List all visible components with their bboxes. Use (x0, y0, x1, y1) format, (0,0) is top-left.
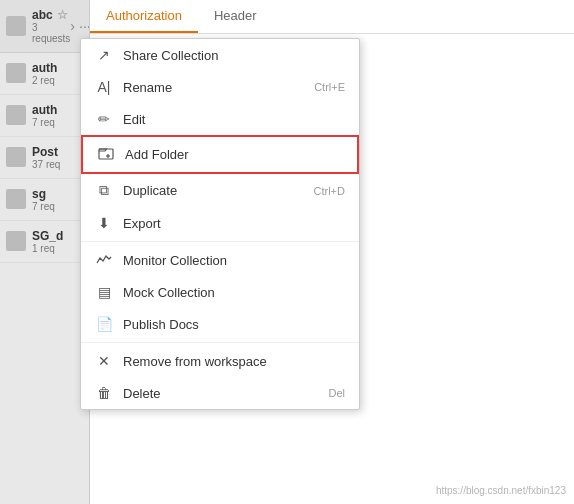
remove-icon: ✕ (95, 353, 113, 369)
monitor-icon (95, 252, 113, 268)
menu-item-duplicate-label: Duplicate (123, 183, 304, 198)
menu-shortcut-delete: Del (328, 387, 345, 399)
collection-requests: 3 requests (32, 22, 70, 44)
menu-item-rename[interactable]: A| Rename Ctrl+E (81, 71, 359, 103)
publish-icon: 📄 (95, 316, 113, 332)
context-menu: ↗ Share Collection A| Rename Ctrl+E ✏ Ed… (80, 38, 360, 410)
menu-divider-1 (81, 241, 359, 242)
collection-info: abc ☆ 3 requests (32, 8, 70, 44)
duplicate-icon: ⧉ (95, 182, 113, 199)
mock-icon: ▤ (95, 284, 113, 300)
menu-item-monitor-label: Monitor Collection (123, 253, 335, 268)
sidebar-item-sg-d[interactable]: SG_d 1 req (0, 221, 89, 263)
menu-item-mock-label: Mock Collection (123, 285, 335, 300)
folder-icon (6, 147, 26, 167)
menu-item-delete-label: Delete (123, 386, 318, 401)
menu-item-export-label: Export (123, 216, 335, 231)
menu-item-rename-label: Rename (123, 80, 304, 95)
menu-divider-2 (81, 342, 359, 343)
menu-item-duplicate[interactable]: ⧉ Duplicate Ctrl+D (81, 174, 359, 207)
menu-item-monitor[interactable]: Monitor Collection (81, 244, 359, 276)
more-options-icon[interactable]: ··· (79, 18, 90, 34)
sidebar-item-sg[interactable]: sg 7 req (0, 179, 89, 221)
star-icon[interactable]: ☆ (57, 8, 68, 22)
sidebar: abc ☆ 3 requests › ··· auth 2 req auth 7… (0, 0, 90, 504)
folder-icon (6, 105, 26, 125)
sidebar-item-text: SG_d 1 req (32, 229, 63, 254)
menu-item-add-folder[interactable]: Add Folder (81, 135, 359, 174)
menu-item-remove-label: Remove from workspace (123, 354, 335, 369)
collection-header[interactable]: abc ☆ 3 requests › ··· (0, 0, 89, 53)
menu-item-publish-label: Publish Docs (123, 317, 335, 332)
sidebar-item-text: auth 7 req (32, 103, 57, 128)
menu-item-share-label: Share Collection (123, 48, 335, 63)
chevron-right-icon[interactable]: › (70, 18, 75, 34)
menu-item-remove[interactable]: ✕ Remove from workspace (81, 345, 359, 377)
menu-item-add-folder-label: Add Folder (125, 147, 333, 162)
folder-icon (6, 231, 26, 251)
menu-shortcut-rename: Ctrl+E (314, 81, 345, 93)
tab-header[interactable]: Header (198, 0, 273, 33)
watermark: https://blog.csdn.net/fxbin123 (436, 485, 566, 496)
collection-folder-icon (6, 16, 26, 36)
edit-icon: ✏ (95, 111, 113, 127)
delete-icon: 🗑 (95, 385, 113, 401)
menu-item-export[interactable]: ⬇ Export (81, 207, 359, 239)
folder-icon (6, 63, 26, 83)
export-icon: ⬇ (95, 215, 113, 231)
menu-item-publish[interactable]: 📄 Publish Docs (81, 308, 359, 340)
collection-name-row: abc ☆ (32, 8, 70, 22)
rename-icon: A| (95, 79, 113, 95)
folder-icon (6, 189, 26, 209)
tab-authorization[interactable]: Authorization (90, 0, 198, 33)
sidebar-item-auth1[interactable]: auth 2 req (0, 53, 89, 95)
menu-item-mock[interactable]: ▤ Mock Collection (81, 276, 359, 308)
menu-item-edit[interactable]: ✏ Edit (81, 103, 359, 135)
menu-shortcut-duplicate: Ctrl+D (314, 185, 345, 197)
collection-name-text: abc (32, 8, 53, 22)
add-folder-icon (97, 145, 115, 164)
menu-item-delete[interactable]: 🗑 Delete Del (81, 377, 359, 409)
sidebar-item-text: sg 7 req (32, 187, 55, 212)
sidebar-item-post[interactable]: Post 37 req (0, 137, 89, 179)
menu-item-share[interactable]: ↗ Share Collection (81, 39, 359, 71)
share-icon: ↗ (95, 47, 113, 63)
sidebar-item-text: auth 2 req (32, 61, 57, 86)
sidebar-item-auth2[interactable]: auth 7 req (0, 95, 89, 137)
menu-item-edit-label: Edit (123, 112, 335, 127)
sidebar-item-text: Post 37 req (32, 145, 60, 170)
tabs-bar: Authorization Header (90, 0, 574, 34)
